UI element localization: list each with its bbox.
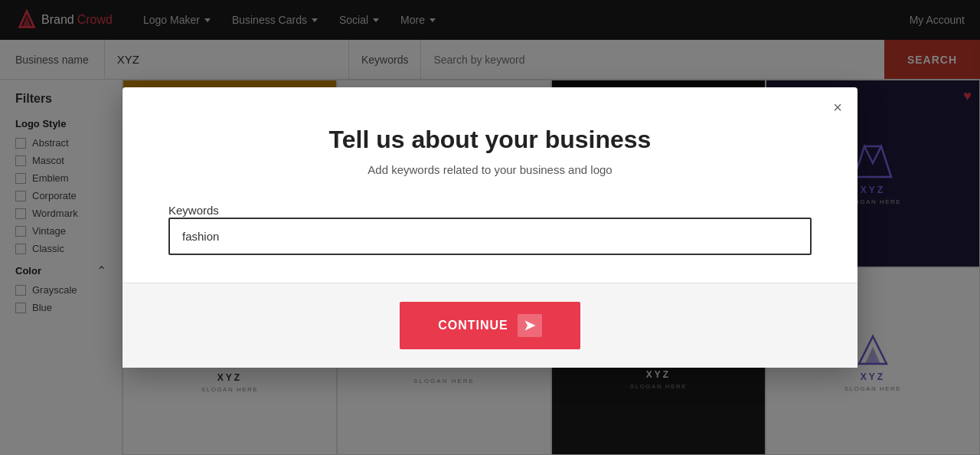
keywords-field-label: Keywords xyxy=(168,204,219,217)
modal-dialog: × Tell us about your business Add keywor… xyxy=(122,87,858,368)
continue-button[interactable]: CONTINUE ➤ xyxy=(400,302,580,349)
continue-label: CONTINUE xyxy=(438,319,508,332)
modal-subtitle: Add keywords related to your business an… xyxy=(168,163,812,176)
modal-title: Tell us about your business xyxy=(168,126,812,154)
modal-footer: CONTINUE ➤ xyxy=(122,283,858,368)
modal-overlay[interactable]: × Tell us about your business Add keywor… xyxy=(0,0,980,455)
modal-close-button[interactable]: × xyxy=(833,100,842,115)
arrow-right-icon: ➤ xyxy=(518,314,542,337)
keywords-field-input[interactable] xyxy=(168,218,812,255)
